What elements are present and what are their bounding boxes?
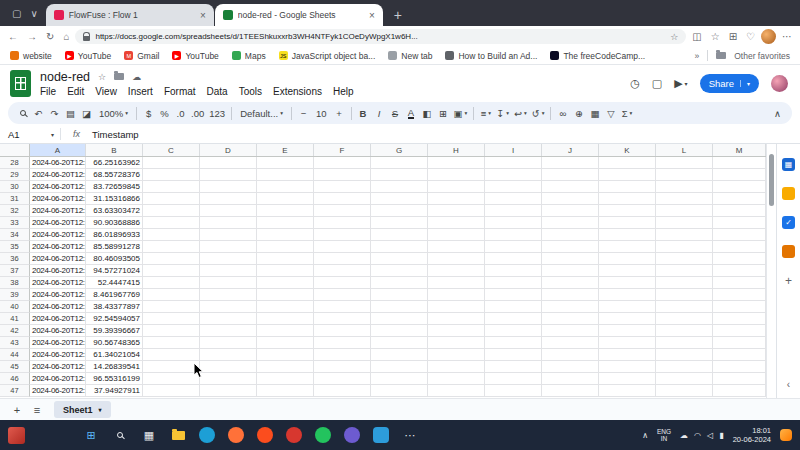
empty-cell[interactable] [200,265,257,277]
empty-cell[interactable] [599,313,656,325]
empty-cell[interactable] [485,229,542,241]
empty-cell[interactable] [257,361,314,373]
empty-cell[interactable] [485,325,542,337]
taskbar-search-icon[interactable] [112,427,128,443]
empty-cell[interactable] [371,373,428,385]
empty-cell[interactable] [656,217,713,229]
empty-cell[interactable] [542,337,599,349]
empty-cell[interactable] [257,193,314,205]
value-cell[interactable]: 14.26839541 [86,361,143,373]
grid-corner[interactable] [0,144,30,156]
sheets-logo[interactable] [10,70,31,97]
start-button[interactable]: ⊞ [83,427,99,443]
row-number[interactable]: 43 [0,337,30,349]
version-history-icon[interactable]: ◷ [630,77,640,90]
empty-cell[interactable] [314,193,371,205]
empty-cell[interactable] [713,157,766,169]
print-icon[interactable]: ▤ [63,105,78,122]
empty-cell[interactable] [257,349,314,361]
column-header-g[interactable]: G [371,144,428,156]
empty-cell[interactable] [200,373,257,385]
notification-center-icon[interactable] [780,429,792,441]
empty-cell[interactable] [314,301,371,313]
column-header-k[interactable]: K [599,144,656,156]
empty-cell[interactable] [371,301,428,313]
column-header-l[interactable]: L [656,144,713,156]
wifi-icon[interactable]: ◠ [694,431,701,440]
empty-cell[interactable] [143,265,200,277]
row-number[interactable]: 32 [0,205,30,217]
empty-cell[interactable] [143,373,200,385]
percent-format-icon[interactable]: % [157,105,172,122]
other-favorites-button[interactable]: Other favorites [734,51,790,61]
empty-cell[interactable] [200,217,257,229]
empty-cell[interactable] [371,325,428,337]
empty-cell[interactable] [371,349,428,361]
empty-cell[interactable] [257,265,314,277]
empty-cell[interactable] [713,181,766,193]
empty-cell[interactable] [257,325,314,337]
browser-tab[interactable]: node-red - Google Sheets× [215,4,383,26]
empty-cell[interactable] [485,193,542,205]
timestamp-cell[interactable]: 2024-06-20T12: [30,229,86,241]
empty-cell[interactable] [314,241,371,253]
empty-cell[interactable] [542,229,599,241]
empty-cell[interactable] [428,229,485,241]
empty-cell[interactable] [542,205,599,217]
browser-essentials-icon[interactable]: ♡ [746,31,755,42]
name-box[interactable]: A1 ▾ [8,129,60,140]
sheet-tab-sheet1[interactable]: Sheet1 ▾ [54,401,111,418]
onedrive-icon[interactable]: ☁ [680,431,688,440]
value-cell[interactable]: 83.72659845 [86,181,143,193]
value-cell[interactable]: 90.56748365 [86,337,143,349]
get-add-ons-icon[interactable]: + [782,274,795,287]
browser-profile-avatar[interactable] [761,29,776,44]
row-number[interactable]: 31 [0,193,30,205]
side-panel-collapse-icon[interactable]: ‹ [787,379,790,390]
empty-cell[interactable] [656,361,713,373]
timestamp-cell[interactable]: 2024-06-20T12: [30,385,86,397]
empty-cell[interactable] [656,289,713,301]
empty-cell[interactable] [599,193,656,205]
share-button[interactable]: Share ▾ [700,74,759,93]
empty-cell[interactable] [428,277,485,289]
merge-cells-icon[interactable]: ▣▾ [452,105,470,122]
empty-cell[interactable] [143,277,200,289]
timestamp-cell[interactable]: 2024-06-20T12: [30,277,86,289]
tab-actions-icon[interactable]: ∨ [30,8,37,19]
empty-cell[interactable] [428,205,485,217]
empty-cell[interactable] [713,241,766,253]
empty-cell[interactable] [314,229,371,241]
empty-cell[interactable] [257,241,314,253]
empty-cell[interactable] [428,157,485,169]
empty-cell[interactable] [713,325,766,337]
empty-cell[interactable] [542,313,599,325]
value-cell[interactable]: 90.90368886 [86,217,143,229]
empty-cell[interactable] [314,337,371,349]
empty-cell[interactable] [713,313,766,325]
menu-format[interactable]: Format [164,86,196,97]
empty-cell[interactable] [143,361,200,373]
empty-cell[interactable] [428,193,485,205]
row-number[interactable]: 29 [0,169,30,181]
row-number[interactable]: 40 [0,301,30,313]
menu-insert[interactable]: Insert [128,86,153,97]
column-header-m[interactable]: M [713,144,766,156]
workspaces-icon[interactable]: ▢ [12,8,21,19]
empty-cell[interactable] [143,313,200,325]
empty-cell[interactable] [143,337,200,349]
insert-comment-icon[interactable]: ⊕ [571,105,586,122]
bookmark-item[interactable]: website [10,51,52,61]
empty-cell[interactable] [314,289,371,301]
empty-cell[interactable] [428,361,485,373]
empty-cell[interactable] [713,253,766,265]
bold-icon[interactable]: B [356,105,371,122]
empty-cell[interactable] [542,361,599,373]
empty-cell[interactable] [371,157,428,169]
text-color-icon[interactable]: A [404,105,419,122]
empty-cell[interactable] [713,373,766,385]
empty-cell[interactable] [200,253,257,265]
tab-close-icon[interactable]: × [369,10,375,21]
empty-cell[interactable] [314,361,371,373]
empty-cell[interactable] [599,253,656,265]
